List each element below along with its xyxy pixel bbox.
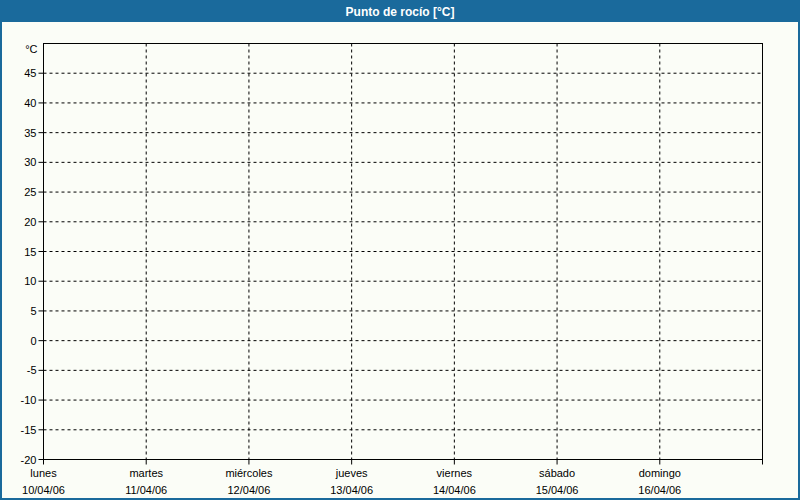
x-day-label: domingo	[639, 467, 681, 479]
y-tick-label: 35	[24, 127, 36, 139]
x-day-label: jueves	[335, 467, 368, 479]
y-tick-label: -15	[21, 424, 37, 436]
y-tick-label: 10	[24, 275, 36, 287]
x-day-label: viernes	[437, 467, 473, 479]
y-tick-label: 25	[24, 186, 36, 198]
y-tick-label: -10	[21, 394, 37, 406]
x-day-label: lunes	[30, 467, 57, 479]
x-date-label: 13/04/06	[330, 484, 373, 496]
x-day-label: martes	[129, 467, 163, 479]
y-tick-label: 0	[30, 335, 36, 347]
x-date-label: 16/04/06	[638, 484, 681, 496]
x-day-label: sábado	[539, 467, 575, 479]
chart-title: Punto de rocío [°C]	[346, 5, 455, 19]
y-tick-label: 30	[24, 156, 36, 168]
plot-border	[44, 44, 763, 460]
y-tick-label: 20	[24, 216, 36, 228]
y-tick-label: 15	[24, 246, 36, 258]
y-tick-label: 5	[30, 305, 36, 317]
x-date-label: 14/04/06	[433, 484, 476, 496]
y-tick-label: 40	[24, 97, 36, 109]
y-tick-label: -5	[27, 364, 37, 376]
title-bar: Punto de rocío [°C]	[2, 2, 798, 22]
y-tick-label: -20	[21, 454, 37, 466]
dew-point-chart-window: Punto de rocío [°C] 454035302520151050-5…	[0, 0, 800, 500]
chart-area: 454035302520151050-5-10-15-20°Clunes10/0…	[4, 24, 800, 500]
y-tick-label: 45	[24, 67, 36, 79]
x-date-label: 15/04/06	[536, 484, 579, 496]
dew-point-chart: 454035302520151050-5-10-15-20°Clunes10/0…	[4, 24, 800, 500]
x-date-label: 10/04/06	[22, 484, 65, 496]
x-date-label: 12/04/06	[228, 484, 271, 496]
y-axis-unit-label: °C	[25, 43, 37, 55]
x-date-label: 11/04/06	[125, 484, 167, 496]
x-day-label: miércoles	[225, 467, 273, 479]
